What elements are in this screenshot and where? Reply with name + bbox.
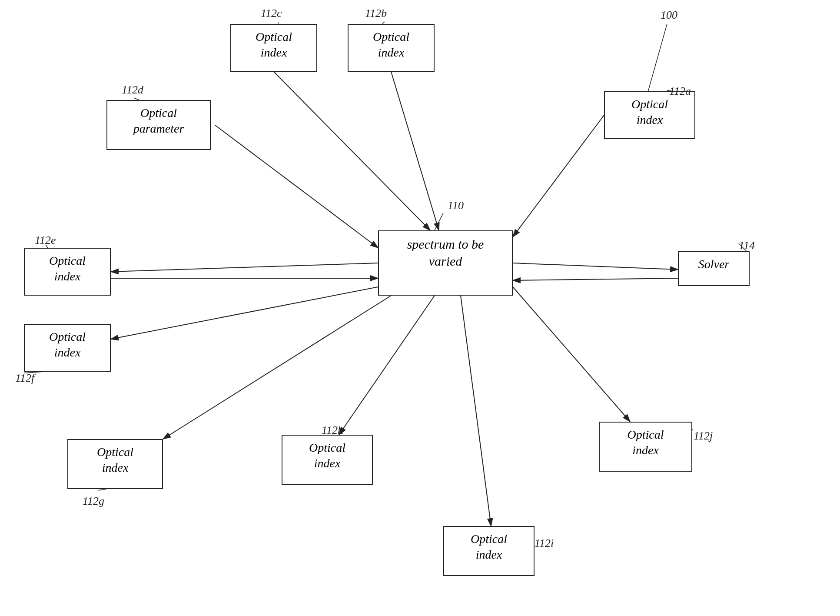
svg-line-9 bbox=[339, 296, 435, 435]
node-112e-label: Opticalindex bbox=[49, 254, 86, 283]
label-112b: 112b bbox=[365, 7, 387, 20]
node-112i-label: Opticalindex bbox=[471, 532, 507, 561]
svg-line-10 bbox=[461, 296, 491, 526]
solver-label: Solver bbox=[698, 257, 730, 271]
svg-line-8 bbox=[163, 296, 391, 439]
node-112g-label: Opticalindex bbox=[97, 445, 133, 474]
diagram: spectrum to bevaried Opticalindex Optica… bbox=[0, 0, 840, 616]
label-112h: 112h bbox=[322, 424, 343, 437]
label-112c: 112c bbox=[261, 7, 282, 20]
node-112h: Opticalindex bbox=[282, 435, 373, 485]
label-112e: 112e bbox=[35, 234, 56, 247]
node-112j: Opticalindex bbox=[599, 422, 692, 472]
node-112j-label: Opticalindex bbox=[628, 428, 664, 457]
label-114: 114 bbox=[739, 239, 755, 252]
svg-line-11 bbox=[513, 287, 630, 422]
node-112f-label: Opticalindex bbox=[49, 330, 86, 359]
svg-line-3 bbox=[513, 115, 604, 237]
label-112j: 112j bbox=[694, 430, 713, 443]
node-112g: Opticalindex bbox=[67, 439, 163, 489]
node-112d-label: Opticalparameter bbox=[133, 106, 184, 135]
center-node: spectrum to bevaried bbox=[378, 230, 513, 296]
label-112g: 112g bbox=[83, 495, 104, 508]
svg-line-14 bbox=[435, 213, 443, 230]
label-112f: 112f bbox=[15, 372, 34, 385]
svg-line-4 bbox=[215, 125, 378, 248]
node-112i: Opticalindex bbox=[443, 526, 535, 576]
svg-line-2 bbox=[391, 72, 439, 230]
svg-line-13 bbox=[513, 278, 678, 280]
node-112e: Opticalindex bbox=[24, 248, 111, 296]
node-112h-label: Opticalindex bbox=[309, 441, 345, 470]
node-solver: Solver bbox=[678, 251, 750, 286]
node-112b: Opticalindex bbox=[348, 24, 435, 72]
node-112b-label: Opticalindex bbox=[373, 30, 409, 59]
label-110: 110 bbox=[448, 199, 464, 212]
svg-line-7 bbox=[111, 287, 378, 339]
node-112c: Opticalindex bbox=[230, 24, 317, 72]
svg-line-1 bbox=[274, 72, 430, 230]
center-label: spectrum to bevaried bbox=[407, 237, 484, 268]
label-112d: 112d bbox=[122, 83, 143, 97]
label-112a: 112a bbox=[669, 85, 691, 98]
node-112c-label: Opticalindex bbox=[256, 30, 292, 59]
node-112d: Opticalparameter bbox=[106, 100, 211, 150]
svg-line-12 bbox=[513, 263, 678, 270]
label-100: 100 bbox=[661, 9, 677, 22]
node-112a: Opticalindex bbox=[604, 91, 695, 139]
label-112i: 112i bbox=[535, 537, 554, 550]
node-112a-label: Opticalindex bbox=[631, 97, 668, 127]
svg-line-22 bbox=[98, 489, 106, 490]
svg-line-17 bbox=[647, 24, 667, 93]
node-112f: Opticalindex bbox=[24, 324, 111, 372]
svg-line-5 bbox=[111, 263, 378, 272]
